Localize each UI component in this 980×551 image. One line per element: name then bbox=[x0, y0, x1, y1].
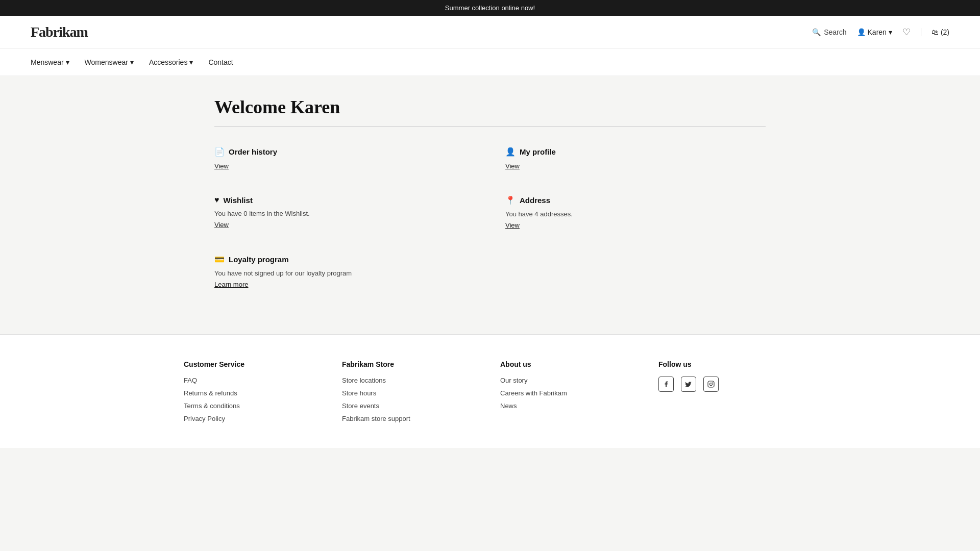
wishlist-button[interactable]: ♡ bbox=[902, 27, 911, 38]
footer-link-terms[interactable]: Terms & conditions bbox=[184, 402, 322, 410]
cart-button[interactable]: 🛍 (2) bbox=[921, 28, 949, 36]
user-label: Karen bbox=[868, 28, 887, 36]
wishlist-icon: ♥ bbox=[214, 195, 219, 205]
footer-link-careers[interactable]: Careers with Fabrikam bbox=[500, 389, 638, 397]
svg-point-2 bbox=[710, 383, 713, 386]
user-menu[interactable]: 👤 Karen ▾ bbox=[857, 28, 892, 36]
loyalty-label: Loyalty program bbox=[229, 255, 289, 264]
account-grid: 📄 Order history View 👤 My profile View ♥… bbox=[214, 147, 766, 293]
order-history-label: Order history bbox=[229, 147, 277, 156]
address-title: 📍 Address bbox=[505, 195, 766, 205]
order-history-icon: 📄 bbox=[214, 147, 225, 157]
footer-link-store-support[interactable]: Fabrikam store support bbox=[342, 415, 480, 422]
footer-follow-us: Follow us bbox=[658, 360, 796, 428]
search-label: Search bbox=[824, 28, 846, 36]
footer-follow-us-heading: Follow us bbox=[658, 360, 796, 368]
heart-icon: ♡ bbox=[902, 27, 911, 37]
cart-icon: 🛍 bbox=[932, 28, 939, 36]
my-profile-view-link[interactable]: View bbox=[505, 162, 520, 170]
social-icons bbox=[658, 377, 796, 392]
main-nav: Menswear ▾ Womenswear ▾ Accessories ▾ Co… bbox=[0, 49, 980, 76]
search-icon: 🔍 bbox=[812, 28, 821, 36]
svg-rect-1 bbox=[708, 381, 714, 387]
footer-link-privacy[interactable]: Privacy Policy bbox=[184, 415, 322, 422]
footer-link-store-events[interactable]: Store events bbox=[342, 402, 480, 410]
footer-link-store-hours[interactable]: Store hours bbox=[342, 389, 480, 397]
page-title: Welcome Karen bbox=[214, 96, 766, 118]
footer-about-us-heading: About us bbox=[500, 360, 638, 368]
address-section: 📍 Address You have 4 addresses. View bbox=[505, 195, 766, 229]
cart-count: (2) bbox=[941, 28, 949, 36]
divider bbox=[214, 126, 766, 127]
search-button[interactable]: 🔍 Search bbox=[812, 28, 846, 36]
wishlist-title: ♥ Wishlist bbox=[214, 195, 475, 205]
main-content: Welcome Karen 📄 Order history View 👤 My … bbox=[184, 76, 796, 334]
footer-fabrikam-store-heading: Fabrikam Store bbox=[342, 360, 480, 368]
wishlist-description: You have 0 items in the Wishlist. bbox=[214, 210, 475, 217]
footer-link-store-locations[interactable]: Store locations bbox=[342, 377, 480, 384]
address-view-link[interactable]: View bbox=[505, 221, 520, 229]
nav-accessories[interactable]: Accessories ▾ bbox=[149, 49, 203, 76]
wishlist-view-link[interactable]: View bbox=[214, 221, 229, 229]
instagram-icon[interactable] bbox=[703, 377, 719, 392]
nav-womenswear[interactable]: Womenswear ▾ bbox=[85, 49, 144, 76]
order-history-title: 📄 Order history bbox=[214, 147, 475, 157]
footer-grid: Customer Service FAQ Returns & refunds T… bbox=[184, 360, 796, 428]
top-banner: Summer collection online now! bbox=[0, 0, 980, 16]
chevron-down-icon: ▾ bbox=[189, 58, 193, 66]
chevron-down-icon: ▾ bbox=[66, 58, 69, 66]
nav-menswear[interactable]: Menswear ▾ bbox=[31, 49, 80, 76]
my-profile-icon: 👤 bbox=[505, 147, 516, 157]
footer: Customer Service FAQ Returns & refunds T… bbox=[0, 334, 980, 448]
facebook-icon[interactable] bbox=[658, 377, 674, 392]
loyalty-section: 💳 Loyalty program You have not signed up… bbox=[214, 255, 475, 288]
order-history-section: 📄 Order history View bbox=[214, 147, 475, 170]
loyalty-description: You have not signed up for our loyalty p… bbox=[214, 269, 475, 277]
footer-customer-service-heading: Customer Service bbox=[184, 360, 322, 368]
logo[interactable]: Fabrikam bbox=[31, 24, 88, 40]
loyalty-icon: 💳 bbox=[214, 255, 225, 264]
footer-link-news[interactable]: News bbox=[500, 402, 638, 410]
footer-link-faq[interactable]: FAQ bbox=[184, 377, 322, 384]
nav-accessories-label: Accessories bbox=[149, 58, 187, 66]
nav-womenswear-label: Womenswear bbox=[85, 58, 128, 66]
loyalty-learn-more-link[interactable]: Learn more bbox=[214, 281, 248, 288]
header: Fabrikam 🔍 Search 👤 Karen ▾ ♡ 🛍 (2) bbox=[0, 16, 980, 49]
loyalty-title: 💳 Loyalty program bbox=[214, 255, 475, 264]
twitter-icon[interactable] bbox=[681, 377, 696, 392]
address-description: You have 4 addresses. bbox=[505, 210, 766, 218]
footer-about-us: About us Our story Careers with Fabrikam… bbox=[500, 360, 638, 428]
nav-menswear-label: Menswear bbox=[31, 58, 64, 66]
order-history-view-link[interactable]: View bbox=[214, 162, 229, 170]
footer-customer-service: Customer Service FAQ Returns & refunds T… bbox=[184, 360, 322, 428]
footer-fabrikam-store: Fabrikam Store Store locations Store hou… bbox=[342, 360, 480, 428]
footer-link-our-story[interactable]: Our story bbox=[500, 377, 638, 384]
my-profile-section: 👤 My profile View bbox=[505, 147, 766, 170]
chevron-down-icon: ▾ bbox=[889, 28, 892, 36]
address-label: Address bbox=[520, 196, 550, 205]
header-actions: 🔍 Search 👤 Karen ▾ ♡ 🛍 (2) bbox=[812, 27, 949, 38]
my-profile-title: 👤 My profile bbox=[505, 147, 766, 157]
nav-contact[interactable]: Contact bbox=[208, 49, 243, 76]
svg-point-3 bbox=[713, 382, 713, 383]
banner-text: Summer collection online now! bbox=[445, 4, 535, 12]
footer-link-returns[interactable]: Returns & refunds bbox=[184, 389, 322, 397]
wishlist-section: ♥ Wishlist You have 0 items in the Wishl… bbox=[214, 195, 475, 229]
wishlist-label: Wishlist bbox=[224, 196, 253, 205]
address-icon: 📍 bbox=[505, 195, 516, 205]
user-icon: 👤 bbox=[857, 28, 866, 36]
nav-contact-label: Contact bbox=[208, 58, 233, 66]
chevron-down-icon: ▾ bbox=[130, 58, 134, 66]
my-profile-label: My profile bbox=[520, 147, 556, 156]
